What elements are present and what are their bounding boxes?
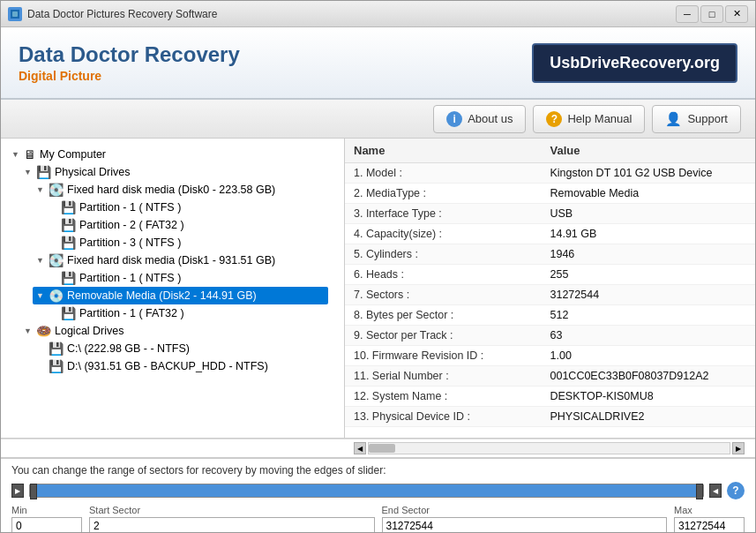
info-row: 13. Physical Device ID :PHYSICALDRIVE2 [345,407,755,427]
tree-disk1[interactable]: ▼ 💽 Fixed hard disk media (Disk1 - 931.5… [33,251,328,269]
info-row: 8. Bytes per Sector :512 [345,305,755,326]
logo-subtitle: Digital Picture [19,69,240,83]
scroll-right-arrow[interactable]: ▶ [732,442,745,454]
main-content: ▼ 🖥 My Computer ▼ 💾 Physical Drives ▼ 💽 … [1,139,755,439]
max-field: Max [674,505,745,533]
partition-icon: 💾 [61,306,76,320]
tree-root[interactable]: ▼ 🖥 My Computer [8,146,328,163]
header-logo: Data Doctor Recovery Digital Picture [19,42,240,83]
partition-icon: 💾 [61,236,76,250]
min-input[interactable] [11,517,82,533]
info-row: 9. Sector per Track :63 [345,326,755,346]
start-sector-input[interactable] [89,517,375,533]
partition-icon: 💾 [61,200,76,214]
support-icon: 👤 [665,111,682,127]
info-row: 1. Model :Kingston DT 101 G2 USB Device [345,163,755,184]
support-button[interactable]: 👤 Support [652,105,741,133]
info-header: Name Value [345,139,755,163]
info-rows: 1. Model :Kingston DT 101 G2 USB Device2… [345,163,755,427]
help-icon: ? [546,111,562,127]
end-sector-input[interactable] [382,517,668,533]
drives-icon: 💾 [36,165,51,179]
info-row: 10. Firmware Revision ID :1.00 [345,346,755,366]
info-row: 2. MediaType :Removable Media [345,184,755,204]
tree-disk0[interactable]: ▼ 💽 Fixed hard disk media (Disk0 - 223.5… [33,181,328,199]
removable-disk-icon: 💿 [49,289,64,303]
partition-icon: 💾 [61,218,76,232]
slider-thumb-left[interactable] [30,484,37,499]
disk-icon: 💽 [49,183,64,197]
info-row: 4. Capacity(size) :14.91 GB [345,224,755,244]
info-col-value: Value [550,144,747,157]
tree-disk2[interactable]: ▼ 💿 Removable Media (Disk2 - 144.91 GB) [33,287,328,304]
info-col-name: Name [354,144,550,157]
min-field: Min [11,505,82,533]
tree-disk1-p1[interactable]: 💾 Partition - 1 ( NTFS ) [45,269,328,287]
header: Data Doctor Recovery Digital Picture Usb… [1,27,755,100]
drive-c-icon: 💾 [49,342,64,356]
logical-drives-icon: 🍩 [36,324,51,338]
start-sector-field: Start Sector [89,505,375,533]
svg-rect-1 [12,11,18,17]
minimize-button[interactable]: ─ [676,5,699,23]
tree-disk0-p1[interactable]: 💾 Partition - 1 ( NTFS ) [45,199,328,216]
info-row: 5. Cylinders :1946 [345,244,755,265]
tree-lc[interactable]: 💾 C:\ (222.98 GB - - NTFS) [33,340,328,357]
info-row: 3. Interface Type :USB [345,204,755,224]
title-bar-title: Data Doctor Pictures Recovery Software [27,8,217,20]
sector-panel: You can change the range of sectors for … [1,458,755,533]
title-bar: Data Doctor Pictures Recovery Software ─… [1,1,755,27]
logo-title: Data Doctor Recovery [19,42,240,67]
drive-d-icon: 💾 [49,359,64,373]
tree-disk2-p1[interactable]: 💾 Partition - 1 ( FAT32 ) [45,304,328,322]
partition-icon: 💾 [61,271,76,285]
info-panel: Name Value 1. Model :Kingston DT 101 G2 … [345,139,755,438]
tree-panel: ▼ 🖥 My Computer ▼ 💾 Physical Drives ▼ 💽 … [1,139,345,438]
sector-slider-row: ▶ ◀ ? [11,482,745,499]
maximize-button[interactable]: □ [700,5,723,23]
info-icon: i [446,111,462,127]
tree-disk0-p2[interactable]: 💾 Partition - 2 ( FAT32 ) [45,216,328,234]
about-us-button[interactable]: i About us [433,105,526,133]
sector-slider[interactable] [29,484,704,498]
tree-ld[interactable]: 💾 D:\ (931.51 GB - BACKUP_HDD - NTFS) [33,357,328,375]
help-manual-button[interactable]: ? Help Manual [533,105,645,133]
info-scrollbar-area: ◀ ▶ [1,439,755,458]
tree-logical-drives[interactable]: ▼ 🍩 Logical Drives [20,322,328,340]
info-row: 7. Sectors :31272544 [345,285,755,305]
tree-physical-drives[interactable]: ▼ 💾 Physical Drives [20,163,328,181]
end-sector-field: End Sector [382,505,668,533]
help-sector-icon[interactable]: ? [727,482,745,499]
app-icon [8,7,22,21]
scroll-track[interactable] [368,442,730,454]
sector-values: Min Start Sector End Sector Max [11,505,745,533]
sector-info-text: You can change the range of sectors for … [11,464,745,477]
horizontal-scrollbar[interactable]: ◀ ▶ [354,442,745,454]
info-row: 11. Serial Number :001CC0EC33B0F08037D91… [345,366,755,387]
info-row: 6. Heads :255 [345,265,755,285]
disk-icon: 💽 [49,253,64,267]
title-bar-controls: ─ □ ✕ [676,5,748,23]
scroll-left-arrow[interactable]: ◀ [354,442,366,454]
close-button[interactable]: ✕ [725,5,748,23]
max-input[interactable] [674,517,745,533]
slider-thumb-right[interactable] [696,484,703,499]
tree-disk0-p3[interactable]: 💾 Partition - 3 ( NTFS ) [45,234,328,251]
slider-left-arrow[interactable]: ▶ [11,484,24,498]
slider-right-arrow[interactable]: ◀ [709,484,722,498]
title-bar-left: Data Doctor Pictures Recovery Software [8,7,217,21]
tree-area: ▼ 🖥 My Computer ▼ 💾 Physical Drives ▼ 💽 … [1,139,328,382]
brand-url: UsbDriveRecovery.org [532,43,737,83]
nav-bar: i About us ? Help Manual 👤 Support [1,100,755,139]
scroll-thumb [369,444,395,453]
computer-icon: 🖥 [24,147,36,161]
info-row: 12. System Name :DESKTOP-KIS0MU8 [345,387,755,407]
